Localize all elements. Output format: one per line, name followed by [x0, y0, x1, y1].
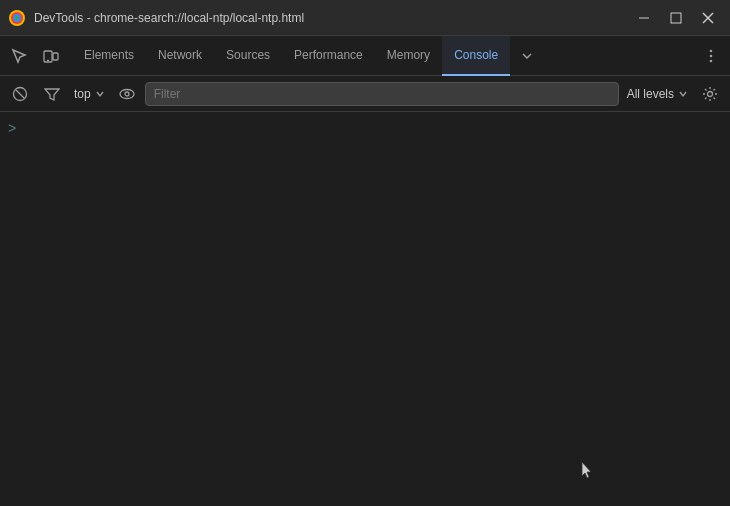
device-toolbar-button[interactable] [36, 41, 66, 71]
console-prompt: > [0, 112, 730, 144]
mouse-cursor [580, 460, 592, 478]
context-selector[interactable]: top [70, 85, 109, 103]
log-level-chevron-icon [678, 89, 688, 99]
filter-button[interactable] [38, 80, 66, 108]
window-controls [630, 4, 722, 32]
tab-bar: Elements Network Sources Performance Mem… [0, 36, 730, 76]
console-toolbar: top All levels [0, 76, 730, 112]
svg-point-12 [710, 54, 713, 57]
tab-network[interactable]: Network [146, 36, 214, 76]
more-tabs-button[interactable] [512, 41, 542, 71]
window-title: DevTools - chrome-search://local-ntp/loc… [34, 11, 630, 25]
svg-point-16 [120, 89, 134, 98]
prompt-chevron-icon: > [8, 120, 16, 136]
inspect-element-button[interactable] [4, 41, 34, 71]
tab-icon-group [4, 41, 66, 71]
svg-point-18 [708, 91, 713, 96]
maximize-button[interactable] [662, 4, 690, 32]
title-bar: DevTools - chrome-search://local-ntp/loc… [0, 0, 730, 36]
devtools-icon [8, 9, 26, 27]
tab-performance[interactable]: Performance [282, 36, 375, 76]
console-area[interactable]: > [0, 112, 730, 506]
minimize-button[interactable] [630, 4, 658, 32]
tab-sources[interactable]: Sources [214, 36, 282, 76]
settings-button[interactable] [696, 80, 724, 108]
tab-memory[interactable]: Memory [375, 36, 442, 76]
filter-input[interactable] [145, 82, 619, 106]
svg-rect-5 [671, 13, 681, 23]
svg-rect-4 [639, 17, 649, 18]
log-level-selector[interactable]: All levels [623, 85, 692, 103]
tab-elements[interactable]: Elements [72, 36, 146, 76]
svg-point-17 [125, 92, 129, 96]
svg-point-13 [710, 59, 713, 62]
svg-line-15 [16, 90, 24, 98]
clear-console-button[interactable] [6, 80, 34, 108]
svg-point-3 [15, 16, 19, 20]
svg-point-11 [710, 49, 713, 52]
svg-rect-9 [53, 53, 58, 60]
context-chevron-icon [95, 89, 105, 99]
eye-button[interactable] [113, 80, 141, 108]
tab-console[interactable]: Console [442, 36, 510, 76]
close-button[interactable] [694, 4, 722, 32]
more-options-button[interactable] [696, 41, 726, 71]
